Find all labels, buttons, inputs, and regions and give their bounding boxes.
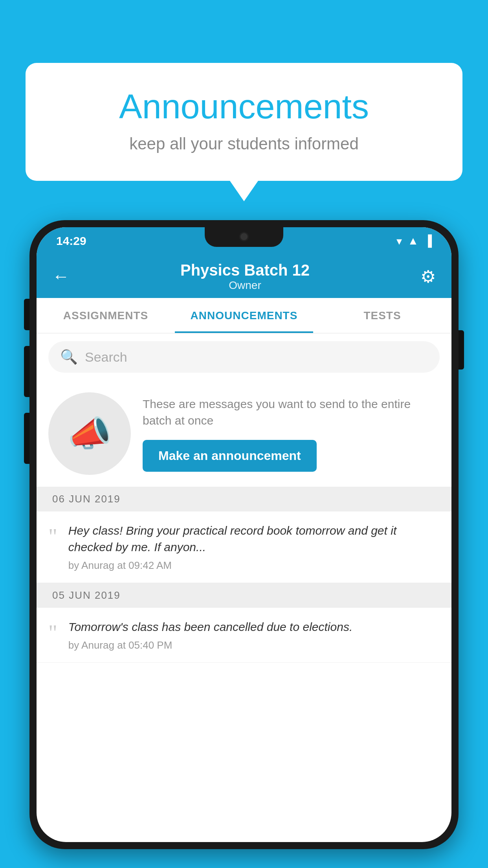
search-icon: 🔍 bbox=[60, 349, 78, 365]
tab-announcements[interactable]: ANNOUNCEMENTS bbox=[175, 298, 313, 333]
status-icons-group: ▾ ▲ ▐ bbox=[396, 235, 432, 248]
back-button[interactable]: ← bbox=[52, 267, 70, 286]
app-bar-title: Physics Batch 12 bbox=[180, 261, 310, 279]
make-announcement-button[interactable]: Make an announcement bbox=[143, 440, 317, 472]
phone-silent-button bbox=[24, 413, 29, 464]
announcement-text-area-2: Tomorrow's class has been cancelled due … bbox=[68, 619, 440, 651]
phone-volume-down-button bbox=[24, 346, 29, 397]
date-separator-1: 06 JUN 2019 bbox=[37, 487, 451, 511]
announcement-message-1: Hey class! Bring your practical record b… bbox=[68, 522, 440, 555]
phone-volume-up-button bbox=[24, 299, 29, 330]
announcement-meta-1: by Anurag at 09:42 AM bbox=[68, 559, 440, 572]
promo-icon-circle: 📣 bbox=[48, 392, 131, 475]
app-bar: ← Physics Batch 12 Owner ⚙ bbox=[37, 255, 451, 298]
main-content: 🔍 Search 📣 These are messages you want t… bbox=[37, 333, 451, 663]
tab-assignments[interactable]: ASSIGNMENTS bbox=[37, 298, 175, 333]
phone-power-button bbox=[459, 330, 464, 370]
quote-icon-2: " bbox=[48, 622, 57, 644]
quote-icon-1: " bbox=[48, 526, 57, 548]
speech-bubble-section: Announcements keep all your students inf… bbox=[26, 63, 462, 181]
tabs-bar: ASSIGNMENTS ANNOUNCEMENTS TESTS bbox=[37, 298, 451, 333]
megaphone-icon: 📣 bbox=[68, 413, 112, 454]
phone-outer-shell: 14:29 ▾ ▲ ▐ ← Physics Batch 12 Owner ⚙ bbox=[29, 220, 459, 849]
promo-text-area: These are messages you want to send to t… bbox=[143, 396, 440, 472]
announcement-item-1[interactable]: " Hey class! Bring your practical record… bbox=[37, 511, 451, 583]
tab-tests[interactable]: TESTS bbox=[313, 298, 451, 333]
wifi-icon: ▾ bbox=[396, 235, 402, 248]
announcement-message-2: Tomorrow's class has been cancelled due … bbox=[68, 619, 440, 635]
announcement-meta-2: by Anurag at 05:40 PM bbox=[68, 639, 440, 651]
speech-bubble-card: Announcements keep all your students inf… bbox=[26, 63, 462, 181]
search-placeholder: Search bbox=[85, 349, 127, 365]
speech-bubble-subtitle: keep all your students informed bbox=[57, 134, 431, 153]
phone-mockup: 14:29 ▾ ▲ ▐ ← Physics Batch 12 Owner ⚙ bbox=[29, 220, 459, 849]
app-bar-subtitle: Owner bbox=[180, 279, 310, 292]
search-container: 🔍 Search bbox=[37, 333, 451, 381]
announcement-text-area-1: Hey class! Bring your practical record b… bbox=[68, 522, 440, 572]
battery-icon: ▐ bbox=[424, 235, 432, 247]
promo-description: These are messages you want to send to t… bbox=[143, 396, 440, 429]
front-camera bbox=[239, 232, 249, 241]
phone-notch bbox=[205, 227, 283, 247]
app-bar-title-group: Physics Batch 12 Owner bbox=[180, 261, 310, 292]
status-time: 14:29 bbox=[56, 234, 86, 248]
speech-bubble-title: Announcements bbox=[57, 86, 431, 127]
date-separator-2: 05 JUN 2019 bbox=[37, 583, 451, 608]
search-box[interactable]: 🔍 Search bbox=[48, 341, 440, 373]
phone-screen: 14:29 ▾ ▲ ▐ ← Physics Batch 12 Owner ⚙ bbox=[37, 227, 451, 842]
signal-icon: ▲ bbox=[407, 235, 418, 247]
promo-section: 📣 These are messages you want to send to… bbox=[37, 381, 451, 487]
settings-button[interactable]: ⚙ bbox=[420, 267, 436, 287]
announcement-item-2[interactable]: " Tomorrow's class has been cancelled du… bbox=[37, 608, 451, 663]
